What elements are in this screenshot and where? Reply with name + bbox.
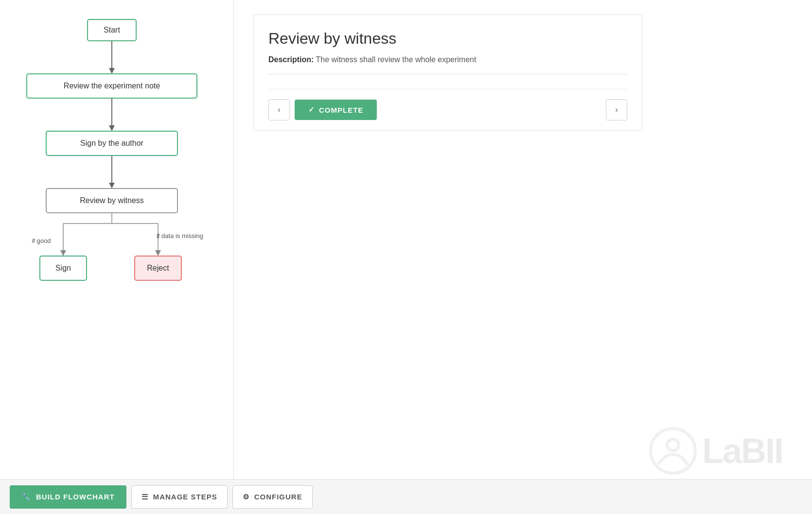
detail-title: Review by witness	[268, 30, 627, 48]
svg-marker-8	[109, 183, 115, 188]
branch-good-label: if good	[32, 237, 51, 244]
start-node-label: Start	[104, 26, 120, 34]
description-label: Description:	[268, 55, 314, 64]
wrench-icon: 🔧	[21, 493, 31, 501]
svg-marker-5	[109, 125, 115, 131]
watermark-icon	[649, 427, 697, 475]
gear-icon: ⚙	[243, 493, 249, 501]
description-text: The witness shall review the whole exper…	[316, 55, 477, 64]
manage-steps-button[interactable]: ☰ MANAGE STEPS	[131, 485, 228, 509]
detail-card: Review by witness Description: The witne…	[253, 15, 642, 131]
watermark-text: LaBII	[702, 431, 783, 471]
flowchart-svg: Start Review the experiment note Sign by…	[15, 15, 219, 384]
detail-panel: Review by witness Description: The witne…	[233, 0, 812, 479]
review-witness-label[interactable]: Review by witness	[80, 196, 144, 205]
svg-marker-15	[155, 250, 161, 256]
bottom-toolbar: 🔧 BUILD FLOWCHART ☰ MANAGE STEPS ⚙ CONFI…	[0, 479, 812, 514]
sign-author-label[interactable]: Sign by the author	[80, 139, 144, 147]
detail-description: Description: The witness shall review th…	[268, 55, 627, 74]
prev-button[interactable]: ‹	[268, 99, 290, 120]
build-label: BUILD FLOWCHART	[36, 493, 115, 501]
build-flowchart-button[interactable]: 🔧 BUILD FLOWCHART	[10, 485, 126, 509]
svg-marker-13	[60, 250, 66, 256]
branch-missing-label: if data is missing	[157, 232, 203, 240]
svg-marker-2	[109, 68, 115, 74]
complete-button[interactable]: ✓ COMPLETE	[295, 100, 377, 120]
detail-actions: ‹ ✓ COMPLETE ›	[268, 89, 627, 130]
manage-label: MANAGE STEPS	[153, 493, 217, 501]
check-icon: ✓	[308, 105, 315, 114]
configure-label: CONFIGURE	[254, 493, 302, 501]
complete-label: COMPLETE	[319, 106, 363, 114]
flowchart-panel: Start Review the experiment note Sign by…	[0, 0, 233, 479]
svg-point-19	[667, 439, 679, 451]
reject-node-label[interactable]: Reject	[147, 264, 169, 272]
list-icon: ☰	[141, 493, 148, 501]
next-button[interactable]: ›	[606, 99, 627, 120]
sign-node-label[interactable]: Sign	[55, 264, 71, 272]
review-note-label[interactable]: Review the experiment note	[64, 82, 160, 90]
configure-button[interactable]: ⚙ CONFIGURE	[232, 485, 313, 509]
watermark: LaBII	[649, 427, 783, 475]
flowchart-diagram: Start Review the experiment note Sign by…	[15, 15, 219, 384]
